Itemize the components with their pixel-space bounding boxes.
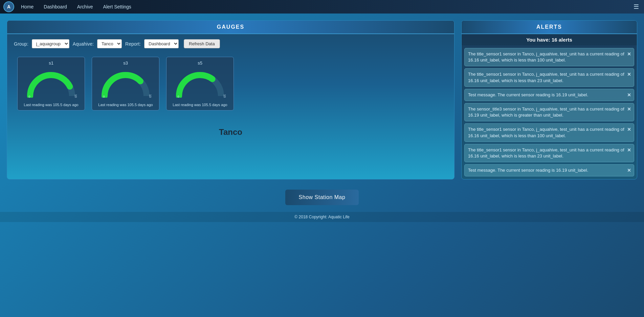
nav-dashboard[interactable]: Dashboard — [44, 4, 67, 9]
gauge-card-s5: s5 0 100 Last reading was 105.5 days ago — [166, 57, 234, 111]
gauge-title-s1: s1 — [21, 60, 81, 66]
alerts-list: The title_sensor1 sensor in Tanco, j_aqu… — [462, 45, 637, 179]
svg-text:100: 100 — [149, 94, 152, 98]
alert-close-icon[interactable]: ✕ — [627, 92, 631, 99]
report-select[interactable]: Dashboard — [144, 39, 179, 48]
alert-item: Test message. The current sensor reading… — [464, 89, 634, 101]
svg-text:0: 0 — [177, 95, 179, 98]
aquahive-label: Aquahive: — [73, 41, 94, 47]
alert-text: The title_sensor1 sensor in Tanco, j_aqu… — [468, 147, 624, 158]
alert-item: The title_sensor1 sensor in Tanco, j_aqu… — [464, 48, 634, 66]
gauge-reading-s5: Last reading was 105.5 days ago — [170, 103, 230, 107]
gauge-title-s3: s3 — [95, 60, 156, 66]
gauges-controls: Group: j_aquagroup Aquahive: Tanco Repor… — [7, 34, 454, 53]
gauge-visual-s1: 0 100 — [24, 67, 78, 101]
nav-home[interactable]: Home — [21, 4, 34, 9]
alert-item: The title_sensor1 sensor in Tanco, j_aqu… — [464, 68, 634, 87]
alert-item: The sensor_title3 sensor in Tanco, j_aqu… — [464, 103, 634, 121]
alert-text: The title_sensor1 sensor in Tanco, j_aqu… — [468, 72, 624, 83]
footer: © 2018 Copyright: Aquatic Life — [0, 212, 644, 222]
gauge-card-s3: s3 0 100 Last reading was 105.5 days ago — [92, 57, 159, 111]
app-logo[interactable]: A — [3, 1, 14, 12]
alerts-count: You have: 16 alerts — [462, 34, 637, 45]
gauges-panel: GAUGES Group: j_aquagroup Aquahive: Tanc… — [7, 20, 454, 179]
show-station-map-button[interactable]: Show Station Map — [285, 190, 359, 205]
alert-text: Test message. The current sensor reading… — [468, 92, 588, 97]
svg-text:0: 0 — [28, 95, 30, 98]
alert-item: The title_sensor1 sensor in Tanco, j_aqu… — [464, 123, 634, 142]
alert-item: The title_sensor1 sensor in Tanco, j_aqu… — [464, 144, 634, 162]
nav-links: Home Dashboard Archive Alert Settings — [21, 4, 641, 9]
alert-close-icon[interactable]: ✕ — [627, 51, 631, 58]
alert-close-icon[interactable]: ✕ — [627, 71, 631, 78]
group-select[interactable]: j_aquagroup — [32, 39, 69, 48]
alerts-panel: ALERTS You have: 16 alerts The title_sen… — [461, 20, 637, 179]
nav-alert-settings[interactable]: Alert Settings — [103, 4, 131, 9]
svg-text:100: 100 — [74, 94, 77, 98]
alert-close-icon[interactable]: ✕ — [627, 126, 631, 133]
alert-text: Test message. The current sensor reading… — [468, 168, 588, 173]
gauge-title-s5: s5 — [170, 60, 230, 66]
svg-text:0: 0 — [103, 95, 105, 98]
navbar: A Home Dashboard Archive Alert Settings … — [0, 0, 644, 14]
report-label: Report: — [125, 41, 141, 47]
nav-archive[interactable]: Archive — [77, 4, 93, 9]
gauge-visual-s3: 0 100 — [98, 67, 153, 101]
aquahive-select[interactable]: Tanco — [97, 39, 122, 48]
gauges-panel-header: GAUGES — [7, 21, 454, 34]
svg-text:100: 100 — [223, 94, 226, 98]
gauges-grid: s1 0 100 Last reading was 105.5 days ago… — [7, 53, 454, 117]
group-label: Group: — [14, 41, 28, 47]
gauge-reading-s3: Last reading was 105.5 days ago — [95, 103, 156, 107]
alert-item: Test message. The current sensor reading… — [464, 164, 634, 176]
alert-close-icon[interactable]: ✕ — [627, 147, 631, 154]
gauge-card-s1: s1 0 100 Last reading was 105.5 days ago — [17, 57, 85, 111]
gauge-reading-s1: Last reading was 105.5 days ago — [21, 103, 81, 107]
refresh-data-button[interactable]: Refresh Data — [184, 39, 220, 48]
alert-close-icon[interactable]: ✕ — [627, 167, 631, 174]
hamburger-menu-icon[interactable]: ☰ — [634, 3, 639, 10]
alert-text: The title_sensor1 sensor in Tanco, j_aqu… — [468, 127, 624, 138]
alert-text: The sensor_title3 sensor in Tanco, j_aqu… — [468, 106, 624, 118]
alerts-panel-header: ALERTS — [462, 21, 637, 34]
main-content: GAUGES Group: j_aquagroup Aquahive: Tanc… — [0, 14, 644, 183]
gauge-visual-s5: 0 100 — [173, 67, 227, 101]
bottom-section: Show Station Map — [0, 183, 644, 212]
alert-text: The title_sensor1 sensor in Tanco, j_aqu… — [468, 51, 624, 63]
station-name: Tanco — [7, 124, 454, 140]
alert-close-icon[interactable]: ✕ — [627, 106, 631, 113]
